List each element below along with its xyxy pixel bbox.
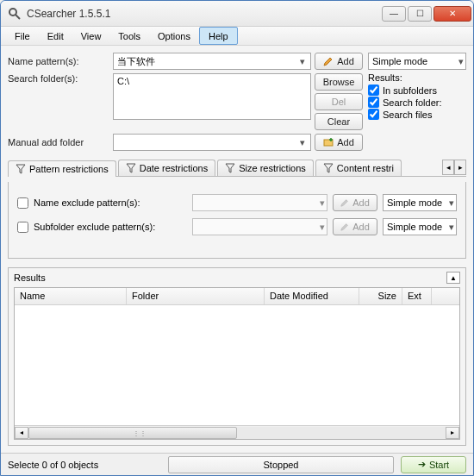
menu-options[interactable]: Options bbox=[149, 27, 199, 45]
chevron-down-icon: ▾ bbox=[458, 56, 464, 67]
name-pattern-combo[interactable]: 当下软件 ▾ bbox=[113, 53, 311, 70]
search-folder-value: C:\ bbox=[117, 76, 129, 86]
search-files-check[interactable]: Search files bbox=[368, 109, 466, 120]
chevron-down-icon: ▾ bbox=[296, 136, 309, 148]
results-header: Results bbox=[14, 272, 46, 283]
funnel-icon bbox=[225, 163, 235, 173]
window-title: CSearcher 1.5.5.1 bbox=[27, 8, 382, 20]
search-panel: Name pattern(s): 当下软件 ▾ Add Search folde… bbox=[8, 53, 466, 151]
statusbar: Selecte 0 of 0 objects Stopped ➔ Start bbox=[1, 453, 473, 475]
listview-body bbox=[15, 305, 459, 425]
chevron-down-icon: ▾ bbox=[449, 197, 454, 209]
chevron-down-icon: ▾ bbox=[296, 55, 309, 67]
status-selected: Selecte 0 of 0 objects bbox=[8, 460, 161, 470]
name-exclude-add-button[interactable]: Add bbox=[333, 194, 377, 211]
browse-button[interactable]: Browse bbox=[315, 73, 363, 91]
subfolder-exclude-combo[interactable]: ▾ bbox=[192, 218, 327, 235]
results-panel: Results ▲ Name Folder Date Modified Size… bbox=[8, 267, 466, 446]
arrow-right-icon: ➔ bbox=[418, 459, 426, 470]
scroll-thumb[interactable]: ⋮⋮ bbox=[28, 427, 237, 439]
scroll-right-button[interactable]: ▸ bbox=[446, 427, 459, 439]
results-listview[interactable]: Name Folder Date Modified Size Ext ◂ ⋮⋮ … bbox=[14, 287, 460, 440]
funnel-icon bbox=[126, 163, 136, 173]
menubar: File Edit View Tools Options Help bbox=[1, 27, 473, 46]
subfolder-exclude-mode[interactable]: Simple mode ▾ bbox=[383, 218, 457, 235]
window-buttons: — ☐ ✕ bbox=[382, 6, 471, 22]
chevron-down-icon: ▾ bbox=[449, 222, 454, 233]
name-pattern-value: 当下软件 bbox=[117, 55, 155, 68]
pencil-icon bbox=[340, 198, 349, 207]
app-icon bbox=[8, 7, 22, 21]
minimize-button[interactable]: — bbox=[382, 6, 406, 22]
tab-scroll-left[interactable]: ◂ bbox=[442, 160, 454, 175]
add-pattern-button[interactable]: Add bbox=[315, 53, 363, 70]
start-button[interactable]: ➔ Start bbox=[401, 456, 466, 473]
tab-scroll: ◂ ▸ bbox=[442, 160, 466, 176]
del-button[interactable]: Del bbox=[315, 93, 363, 110]
scroll-left-button[interactable]: ◂ bbox=[15, 427, 28, 439]
chevron-down-icon: ▾ bbox=[320, 197, 325, 209]
client-area: Name pattern(s): 当下软件 ▾ Add Search folde… bbox=[1, 46, 473, 453]
menu-tools[interactable]: Tools bbox=[109, 27, 149, 45]
h-scrollbar[interactable]: ◂ ⋮⋮ ▸ bbox=[15, 425, 459, 439]
menu-file[interactable]: File bbox=[6, 27, 39, 45]
tab-pattern[interactable]: Pattern restrictions bbox=[8, 160, 116, 177]
search-folder-list[interactable]: C:\ bbox=[113, 73, 311, 120]
pencil-icon bbox=[323, 56, 334, 66]
in-subfolders-check[interactable]: In subfolders bbox=[368, 85, 466, 96]
search-left: Name pattern(s): 当下软件 ▾ Add Search folde… bbox=[8, 53, 363, 151]
scroll-track[interactable]: ⋮⋮ bbox=[28, 427, 446, 439]
status-state: Stopped bbox=[168, 456, 394, 473]
close-button[interactable]: ✕ bbox=[433, 6, 471, 22]
collapse-button[interactable]: ▲ bbox=[446, 272, 460, 284]
pencil-icon bbox=[340, 222, 349, 231]
funnel-icon bbox=[323, 163, 334, 173]
col-ext[interactable]: Ext bbox=[402, 288, 432, 304]
name-exclude-mode[interactable]: Simple mode ▾ bbox=[383, 194, 457, 211]
search-folder-label: Search folder(s): bbox=[8, 73, 109, 84]
col-date[interactable]: Date Modified bbox=[265, 288, 359, 304]
name-exclude-label: Name exclude pattern(s): bbox=[34, 197, 187, 208]
manual-add-combo[interactable]: ▾ bbox=[113, 134, 311, 151]
col-name[interactable]: Name bbox=[15, 288, 127, 304]
pattern-tab-body: Name exclude pattern(s): ▾ Add Simple mo… bbox=[8, 182, 466, 259]
col-folder[interactable]: Folder bbox=[127, 288, 265, 304]
tab-content[interactable]: Content restri bbox=[315, 160, 402, 176]
funnel-icon bbox=[16, 164, 26, 174]
svg-line-1 bbox=[16, 15, 20, 19]
titlebar[interactable]: CSearcher 1.5.5.1 — ☐ ✕ bbox=[1, 1, 473, 27]
menu-edit[interactable]: Edit bbox=[39, 27, 72, 45]
results-opts-header: Results: bbox=[368, 72, 466, 83]
menu-help[interactable]: Help bbox=[199, 27, 238, 45]
tab-date[interactable]: Date restrictions bbox=[118, 160, 215, 176]
search-folders-check[interactable]: Search folder: bbox=[368, 97, 466, 108]
name-exclude-check[interactable] bbox=[17, 197, 28, 209]
app-window: CSearcher 1.5.5.1 — ☐ ✕ File Edit View T… bbox=[0, 0, 474, 476]
tab-size[interactable]: Size restrictions bbox=[217, 160, 314, 176]
manual-add-button[interactable]: Add bbox=[315, 134, 363, 151]
restriction-tabs: Pattern restrictions Date restrictions S… bbox=[8, 160, 466, 177]
tab-scroll-right[interactable]: ▸ bbox=[454, 160, 466, 175]
mode-select[interactable]: Simple mode ▾ bbox=[368, 53, 466, 70]
clear-button[interactable]: Clear bbox=[315, 113, 363, 130]
listview-header: Name Folder Date Modified Size Ext bbox=[15, 288, 459, 305]
subfolder-exclude-check[interactable] bbox=[17, 222, 28, 233]
subfolder-exclude-label: Subfolder exclude pattern(s): bbox=[34, 222, 187, 232]
search-right: Simple mode ▾ Results: In subfolders Sea… bbox=[368, 53, 466, 151]
name-exclude-combo[interactable]: ▾ bbox=[192, 194, 327, 211]
menu-view[interactable]: View bbox=[72, 27, 110, 45]
col-size[interactable]: Size bbox=[359, 288, 402, 304]
maximize-button[interactable]: ☐ bbox=[408, 6, 432, 22]
result-options: Results: In subfolders Search folder: Se… bbox=[368, 72, 466, 121]
folder-plus-icon bbox=[323, 137, 334, 147]
svg-point-0 bbox=[9, 9, 16, 16]
subfolder-exclude-add-button[interactable]: Add bbox=[333, 218, 377, 235]
chevron-down-icon: ▾ bbox=[320, 222, 325, 233]
manual-add-label: Manual add folder bbox=[8, 137, 109, 147]
name-pattern-label: Name pattern(s): bbox=[8, 56, 109, 66]
